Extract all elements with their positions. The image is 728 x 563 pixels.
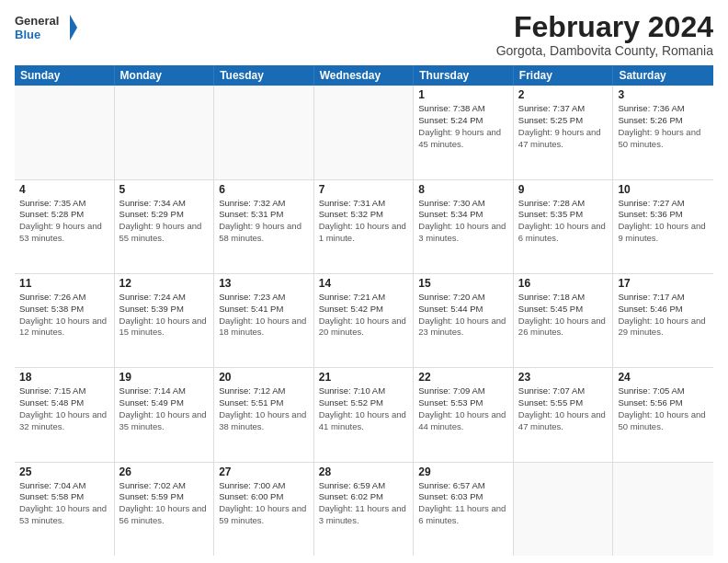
day-info: Sunrise: 7:38 AMSunset: 5:24 PMDaylight:… [418,103,508,150]
day-cell-2: 2Sunrise: 7:37 AMSunset: 5:25 PMDaylight… [514,86,614,178]
day-number: 28 [319,465,409,478]
empty-cell [514,463,614,556]
day-info: Sunrise: 7:32 AMSunset: 5:31 PMDaylight:… [219,198,309,245]
svg-text:Blue: Blue [15,28,40,41]
day-info: Sunrise: 7:30 AMSunset: 5:34 PMDaylight:… [418,198,508,245]
day-number: 13 [219,277,309,290]
day-number: 26 [119,465,210,478]
day-cell-20: 20Sunrise: 7:12 AMSunset: 5:51 PMDayligh… [214,368,314,461]
day-info: Sunrise: 6:59 AMSunset: 6:02 PMDaylight:… [319,480,409,527]
day-number: 7 [319,183,409,196]
day-number: 11 [19,277,109,290]
day-info: Sunrise: 7:05 AMSunset: 5:56 PMDaylight:… [618,385,709,432]
day-number: 14 [319,277,409,290]
day-info: Sunrise: 7:14 AMSunset: 5:49 PMDaylight:… [119,385,210,432]
svg-text:General: General [15,14,59,28]
day-info: Sunrise: 7:28 AMSunset: 5:35 PMDaylight:… [518,198,609,245]
day-cell-5: 5Sunrise: 7:34 AMSunset: 5:29 PMDaylight… [115,180,215,273]
day-info: Sunrise: 7:21 AMSunset: 5:42 PMDaylight:… [319,292,409,339]
day-number: 23 [518,371,609,384]
day-number: 25 [19,465,109,478]
header-friday: Friday [514,65,614,86]
day-info: Sunrise: 7:27 AMSunset: 5:36 PMDaylight:… [618,198,709,245]
day-number: 8 [418,183,508,196]
day-number: 21 [319,371,409,384]
day-cell-1: 1Sunrise: 7:38 AMSunset: 5:24 PMDaylight… [414,86,514,178]
day-number: 18 [19,371,109,384]
day-info: Sunrise: 7:24 AMSunset: 5:39 PMDaylight:… [119,292,210,339]
day-cell-14: 14Sunrise: 7:21 AMSunset: 5:42 PMDayligh… [314,274,415,367]
day-cell-17: 17Sunrise: 7:17 AMSunset: 5:46 PMDayligh… [613,274,713,367]
day-info: Sunrise: 7:00 AMSunset: 6:00 PMDaylight:… [219,480,309,527]
day-number: 2 [518,88,609,101]
day-cell-9: 9Sunrise: 7:28 AMSunset: 5:35 PMDaylight… [514,180,614,273]
week-3: 11Sunrise: 7:26 AMSunset: 5:38 PMDayligh… [15,274,713,368]
day-number: 12 [119,277,210,290]
day-cell-19: 19Sunrise: 7:14 AMSunset: 5:49 PMDayligh… [115,368,215,461]
title-block: February 2024 Gorgota, Dambovita County,… [496,11,713,58]
day-cell-28: 28Sunrise: 6:59 AMSunset: 6:02 PMDayligh… [314,463,415,556]
day-cell-22: 22Sunrise: 7:09 AMSunset: 5:53 PMDayligh… [414,368,514,461]
day-cell-6: 6Sunrise: 7:32 AMSunset: 5:31 PMDaylight… [214,180,314,273]
day-number: 9 [518,183,609,196]
day-info: Sunrise: 7:23 AMSunset: 5:41 PMDaylight:… [219,292,309,339]
day-number: 1 [418,88,508,101]
day-cell-21: 21Sunrise: 7:10 AMSunset: 5:52 PMDayligh… [314,368,415,461]
day-info: Sunrise: 7:35 AMSunset: 5:28 PMDaylight:… [19,198,109,245]
day-info: Sunrise: 7:36 AMSunset: 5:26 PMDaylight:… [618,103,709,150]
day-info: Sunrise: 6:57 AMSunset: 6:03 PMDaylight:… [418,480,508,527]
empty-cell [613,463,713,556]
day-cell-15: 15Sunrise: 7:20 AMSunset: 5:44 PMDayligh… [414,274,514,367]
day-info: Sunrise: 7:31 AMSunset: 5:32 PMDaylight:… [319,198,409,245]
day-cell-8: 8Sunrise: 7:30 AMSunset: 5:34 PMDaylight… [414,180,514,273]
day-cell-18: 18Sunrise: 7:15 AMSunset: 5:48 PMDayligh… [15,368,115,461]
day-number: 17 [618,277,709,290]
day-cell-24: 24Sunrise: 7:05 AMSunset: 5:56 PMDayligh… [613,368,713,461]
day-cell-16: 16Sunrise: 7:18 AMSunset: 5:45 PMDayligh… [514,274,614,367]
header-sunday: Sunday [15,65,115,86]
day-number: 24 [618,371,709,384]
day-info: Sunrise: 7:37 AMSunset: 5:25 PMDaylight:… [518,103,609,150]
day-number: 5 [119,183,210,196]
day-number: 22 [418,371,508,384]
week-1: 1Sunrise: 7:38 AMSunset: 5:24 PMDaylight… [15,86,713,179]
day-cell-25: 25Sunrise: 7:04 AMSunset: 5:58 PMDayligh… [15,463,115,556]
day-info: Sunrise: 7:02 AMSunset: 5:59 PMDaylight:… [119,480,210,527]
empty-cell [115,86,215,178]
calendar: Sunday Monday Tuesday Wednesday Thursday… [15,65,713,556]
week-2: 4Sunrise: 7:35 AMSunset: 5:28 PMDaylight… [15,180,713,274]
week-4: 18Sunrise: 7:15 AMSunset: 5:48 PMDayligh… [15,368,713,462]
location: Gorgota, Dambovita County, Romania [496,43,713,58]
day-number: 15 [418,277,508,290]
day-info: Sunrise: 7:04 AMSunset: 5:58 PMDaylight:… [19,480,109,527]
day-cell-10: 10Sunrise: 7:27 AMSunset: 5:36 PMDayligh… [613,180,713,273]
day-cell-7: 7Sunrise: 7:31 AMSunset: 5:32 PMDaylight… [314,180,415,273]
svg-marker-2 [70,15,77,40]
day-info: Sunrise: 7:10 AMSunset: 5:52 PMDaylight:… [319,385,409,432]
logo-svg: General Blue [15,11,79,44]
header-thursday: Thursday [414,65,514,86]
day-info: Sunrise: 7:15 AMSunset: 5:48 PMDaylight:… [19,385,109,432]
day-info: Sunrise: 7:20 AMSunset: 5:44 PMDaylight:… [418,292,508,339]
page: General Blue February 2024 Gorgota, Damb… [0,0,728,563]
day-info: Sunrise: 7:18 AMSunset: 5:45 PMDaylight:… [518,292,609,339]
header-saturday: Saturday [613,65,713,86]
day-cell-29: 29Sunrise: 6:57 AMSunset: 6:03 PMDayligh… [414,463,514,556]
day-cell-26: 26Sunrise: 7:02 AMSunset: 5:59 PMDayligh… [115,463,215,556]
day-cell-11: 11Sunrise: 7:26 AMSunset: 5:38 PMDayligh… [15,274,115,367]
month-year: February 2024 [496,11,713,43]
empty-cell [15,86,115,178]
day-cell-12: 12Sunrise: 7:24 AMSunset: 5:39 PMDayligh… [115,274,215,367]
day-number: 29 [418,465,508,478]
day-info: Sunrise: 7:07 AMSunset: 5:55 PMDaylight:… [518,385,609,432]
day-number: 6 [219,183,309,196]
day-number: 19 [119,371,210,384]
header-monday: Monday [115,65,215,86]
day-info: Sunrise: 7:34 AMSunset: 5:29 PMDaylight:… [119,198,210,245]
logo: General Blue [15,11,79,44]
day-cell-23: 23Sunrise: 7:07 AMSunset: 5:55 PMDayligh… [514,368,614,461]
day-info: Sunrise: 7:12 AMSunset: 5:51 PMDaylight:… [219,385,309,432]
header-wednesday: Wednesday [314,65,415,86]
day-number: 3 [618,88,709,101]
day-number: 10 [618,183,709,196]
